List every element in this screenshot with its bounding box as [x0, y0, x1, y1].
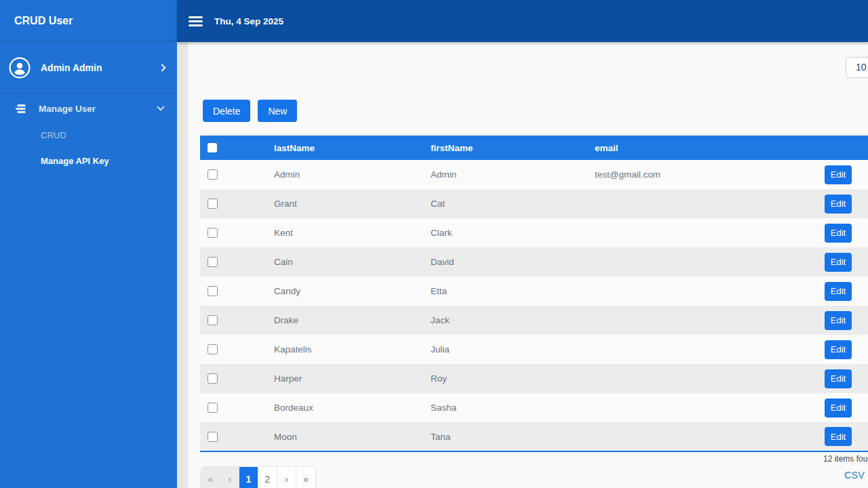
row-checkbox[interactable]	[208, 257, 218, 267]
edit-button[interactable]: Edit	[825, 282, 852, 301]
export-links[interactable]: CSV | Excel	[844, 470, 868, 481]
table-row: MoonTanaEdit	[200, 422, 868, 451]
scrollbar-track[interactable]	[177, 42, 188, 488]
avatar-icon	[9, 57, 31, 79]
cell-lastname: Kapatelis	[274, 335, 431, 364]
pagination: «‹12›»	[201, 466, 316, 488]
cell-email	[595, 306, 825, 335]
table-row: HarperRoyEdit	[200, 364, 868, 393]
menu-toggle-icon[interactable]	[189, 16, 203, 26]
table-header-row: lastName firstName email	[200, 136, 868, 160]
edit-button[interactable]: Edit	[825, 165, 852, 184]
sidebar: CRUD User Admin Admin Manage User CRUD M…	[0, 0, 177, 488]
sidebar-user-menu[interactable]: Admin Admin	[0, 41, 177, 94]
topbar: Thu, 4 Sep 2025	[177, 0, 868, 42]
cell-lastname: Cain	[274, 247, 431, 277]
table-row: CandyEttaEdit	[200, 277, 868, 306]
row-checkbox[interactable]	[208, 286, 218, 296]
cell-email	[595, 364, 825, 393]
column-header-firstname[interactable]: firstName	[431, 136, 595, 160]
cell-email: test@gmail.com	[595, 160, 825, 189]
column-header-actions	[825, 136, 868, 160]
row-checkbox[interactable]	[208, 432, 218, 442]
cell-lastname: Moon	[274, 422, 431, 451]
column-header-email[interactable]: email	[595, 136, 825, 160]
items-found-label: 12 items found	[823, 454, 868, 464]
sidebar-item-crud[interactable]: CRUD	[0, 123, 177, 148]
toolbar: Delete New	[203, 100, 297, 122]
cell-email	[595, 277, 825, 306]
table-row: KentClarkEdit	[200, 218, 868, 247]
cell-firstname: Jack	[431, 306, 595, 335]
pagination-button[interactable]: 2	[258, 467, 277, 488]
sidebar-item-manage-api-key[interactable]: Manage API Key	[0, 148, 177, 174]
edit-button[interactable]: Edit	[825, 311, 852, 330]
cell-firstname: Cat	[431, 189, 595, 218]
cell-email	[595, 422, 825, 451]
row-checkbox[interactable]	[208, 315, 218, 325]
cell-firstname: Sasha	[431, 393, 595, 422]
edit-button[interactable]: Edit	[825, 399, 852, 418]
edit-button[interactable]: Edit	[825, 224, 852, 243]
row-checkbox[interactable]	[208, 199, 218, 209]
row-checkbox[interactable]	[208, 169, 218, 180]
cell-email	[595, 247, 825, 277]
pagination-button[interactable]: 1	[239, 467, 258, 488]
cell-firstname: Etta	[431, 277, 595, 306]
row-checkbox[interactable]	[208, 228, 218, 238]
chevron-right-icon	[158, 64, 165, 71]
cell-lastname: Grant	[274, 189, 431, 218]
sidebar-item-manage-user[interactable]: Manage User	[0, 94, 177, 123]
current-date: Thu, 4 Sep 2025	[214, 16, 283, 26]
table-row: DrakeJackEdit	[200, 306, 868, 335]
column-header-lastname[interactable]: lastName	[274, 136, 431, 160]
table-row: CainDavidEdit	[200, 247, 868, 277]
row-checkbox[interactable]	[208, 373, 218, 384]
cell-firstname: David	[431, 247, 595, 277]
pagination-button: «	[201, 467, 220, 488]
edit-button[interactable]: Edit	[825, 195, 852, 214]
edit-button[interactable]: Edit	[825, 369, 852, 388]
cell-lastname: Admin	[274, 160, 431, 189]
chevron-down-icon	[157, 103, 164, 110]
table-row: BordeauxSashaEdit	[200, 393, 868, 422]
table-row: AdminAdmintest@gmail.comEdit	[200, 160, 868, 189]
cell-firstname: Julia	[431, 335, 595, 364]
delete-button[interactable]: Delete	[203, 100, 250, 122]
cell-firstname: Tana	[431, 422, 595, 451]
cell-lastname: Kent	[274, 218, 431, 247]
select-all-checkbox[interactable]	[208, 143, 217, 152]
cell-firstname: Clark	[431, 218, 595, 247]
list-icon	[16, 104, 27, 113]
cell-lastname: Drake	[274, 306, 431, 335]
cell-lastname: Candy	[274, 277, 431, 306]
row-checkbox[interactable]	[208, 344, 218, 354]
new-button[interactable]: New	[258, 100, 297, 122]
cell-firstname: Roy	[431, 364, 595, 393]
user-name: Admin Admin	[41, 62, 159, 73]
cell-lastname: Harper	[274, 364, 431, 393]
edit-button[interactable]: Edit	[825, 340, 852, 359]
users-table: lastName firstName email AdminAdmintest@…	[200, 136, 868, 454]
cell-email	[595, 335, 825, 364]
edit-button[interactable]: Edit	[825, 253, 852, 272]
pagination-button: ‹	[220, 467, 239, 488]
sidebar-item-label: Manage User	[39, 104, 158, 114]
app-title: CRUD User	[0, 0, 177, 41]
pagination-button[interactable]: »	[296, 467, 315, 488]
table-row: GrantCatEdit	[200, 189, 868, 218]
page-size-select[interactable]: 10	[846, 57, 868, 78]
table-row: KapatelisJuliaEdit	[200, 335, 868, 364]
edit-button[interactable]: Edit	[825, 427, 852, 446]
cell-email	[595, 218, 825, 247]
cell-firstname: Admin	[431, 160, 595, 189]
cell-lastname: Bordeaux	[274, 393, 431, 422]
main-content: 10 Delete New lastName firstName email A…	[177, 42, 868, 488]
row-checkbox[interactable]	[208, 403, 218, 413]
cell-email	[595, 189, 825, 218]
cell-email	[595, 393, 825, 422]
pagination-button[interactable]: ›	[277, 467, 296, 488]
